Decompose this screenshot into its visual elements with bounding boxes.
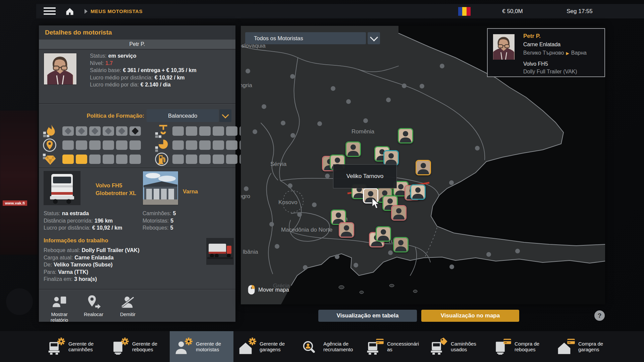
adr-diamond-icon [131, 127, 139, 134]
skill-slot[interactable] [213, 126, 224, 136]
training-policy-dropdown[interactable]: Balanceado [147, 109, 219, 122]
skill-slots [62, 126, 141, 136]
map-country-label: lbânia [243, 249, 258, 255]
skill-slot[interactable] [62, 126, 74, 136]
nav-item-trailer-purchase[interactable]: Compra de reboques [488, 331, 552, 362]
stat-value: € 10,92 / km [92, 225, 122, 231]
stat-label: Lucro médio por distância: [90, 75, 153, 80]
skill-slot[interactable] [116, 140, 127, 150]
skill-slots [172, 126, 251, 136]
skill-slot[interactable] [199, 140, 211, 150]
skill-slot[interactable] [129, 140, 141, 150]
driver-marker[interactable] [393, 237, 409, 252]
nav-item-trailer-manager[interactable]: Gerente de reboques [106, 331, 170, 362]
skill-slot[interactable] [213, 140, 224, 150]
stat-value: 5 [173, 210, 176, 216]
driver-marker-avatar [384, 151, 398, 165]
skill-slot[interactable] [226, 155, 237, 164]
nav-item-driver-manager[interactable]: Gerente de motoristas [170, 331, 233, 362]
skill-slot[interactable] [172, 126, 184, 136]
truck-manager-icon [47, 338, 65, 356]
nav-item-dealerships[interactable]: Concessionárias [361, 331, 425, 362]
driver-filter-dropdown-chevron[interactable] [368, 32, 380, 44]
show-report-button[interactable]: Mostrar relatório [44, 293, 75, 324]
skill-slot[interactable] [89, 140, 101, 150]
skill-slot[interactable] [116, 155, 127, 164]
city-dot [515, 249, 520, 253]
nav-item-label: Compra de garagens [578, 341, 611, 352]
stat-value: na estrada [62, 210, 89, 216]
driver-marker-avatar [399, 129, 412, 142]
driver-marker[interactable] [383, 150, 399, 166]
nav-item-recruitment-agency[interactable]: Agência de recrutamento [297, 331, 361, 362]
driver-marker[interactable] [391, 205, 407, 221]
driver-marker[interactable] [410, 184, 426, 200]
stat-label: Distância percorrida: [44, 218, 93, 224]
nav-item-label: Caminhões usados [451, 341, 484, 352]
stat-value: 196 km [95, 218, 113, 224]
driver-marker[interactable] [339, 222, 354, 238]
skill-slot[interactable] [199, 155, 211, 164]
training-policy-dropdown-chevron[interactable] [219, 109, 231, 122]
skill-slot[interactable] [76, 126, 87, 136]
skill-slot[interactable] [103, 155, 114, 164]
skill-slot[interactable] [186, 155, 197, 164]
driver-marker-avatar [332, 210, 345, 224]
skill-slot[interactable] [172, 140, 184, 150]
city-dot [420, 84, 424, 88]
help-button[interactable]: ? [594, 310, 605, 321]
top-bar: MEUS MOTORISTAS € 50,0M Seg 17:55 [36, 4, 644, 18]
nav-item-used-trucks[interactable]: Caminhões usados [425, 331, 488, 362]
selected-driver-card[interactable]: Petr P. Carne Enlatada Велико Търново▶Ва… [487, 28, 605, 77]
home-icon[interactable] [65, 7, 74, 16]
trailer-manager-icon [111, 338, 129, 356]
skill-slot[interactable] [226, 126, 237, 136]
skill-slot[interactable] [186, 126, 197, 136]
nav-item-truck-manager[interactable]: Gerente de caminhões [42, 331, 106, 362]
skill-slot[interactable] [62, 155, 74, 164]
skill-slot[interactable] [226, 140, 237, 150]
city-dot [331, 86, 335, 91]
driver-marker[interactable] [416, 160, 431, 175]
driver-marker[interactable] [376, 226, 391, 242]
skill-slot[interactable] [199, 126, 211, 136]
skill-slot[interactable] [129, 155, 141, 164]
stat-line: Salário base:€ 361 / entrega + € 10,35 /… [90, 67, 232, 74]
skill-slot[interactable] [76, 155, 87, 164]
nav-item-garage-purchase[interactable]: Compra de garagens [552, 331, 616, 362]
driver-filter-dropdown[interactable]: Todos os Motoristas [245, 32, 366, 44]
skill-slot[interactable] [76, 140, 87, 150]
skill-slot[interactable] [116, 126, 127, 136]
stat-line: Lucro por distância:€ 10,92 / km [44, 224, 122, 232]
stat-label: Reboques: [143, 225, 168, 231]
action-label: Mostrar relatório [44, 312, 75, 323]
skill-slot[interactable] [62, 140, 74, 150]
driver-marker[interactable] [398, 128, 413, 143]
map-view-button[interactable]: Visualização no mapa [421, 310, 519, 322]
stat-value: 5 [170, 225, 173, 231]
skill-slot[interactable] [129, 126, 141, 136]
skill-slot[interactable] [213, 155, 224, 164]
skill-slot[interactable] [186, 140, 197, 150]
nav-item-garage-manager[interactable]: Gerente de garagens [233, 331, 297, 362]
stat-label: Lucro médio por dia: [90, 82, 139, 87]
money-balance: € 50,0M [492, 4, 533, 18]
stat-value: € 361 / entrega + € 10,35 / km [123, 67, 196, 73]
just-in-time-skill [154, 138, 251, 153]
relocate-button[interactable]: Realocar [78, 293, 109, 324]
game-time: Seg 17:55 [563, 4, 596, 18]
skill-slot[interactable] [103, 126, 114, 136]
stat-value: 1.7 [105, 60, 113, 66]
driver-marker[interactable] [345, 141, 361, 157]
menu-icon[interactable] [44, 7, 56, 15]
bottom-nav: Gerente de caminhõesGerente de reboquesG… [0, 331, 644, 362]
dismiss-button[interactable]: Demitir [112, 293, 144, 324]
skill-slot[interactable] [103, 140, 114, 150]
skill-slot[interactable] [172, 155, 184, 164]
stat-line: Nível:1.7 [90, 60, 232, 67]
adr-diamond-icon [78, 127, 85, 134]
driver-photo [44, 53, 77, 85]
table-view-button[interactable]: Visualização em tabela [318, 310, 417, 322]
skill-slot[interactable] [89, 126, 101, 136]
skill-slot[interactable] [89, 155, 101, 164]
